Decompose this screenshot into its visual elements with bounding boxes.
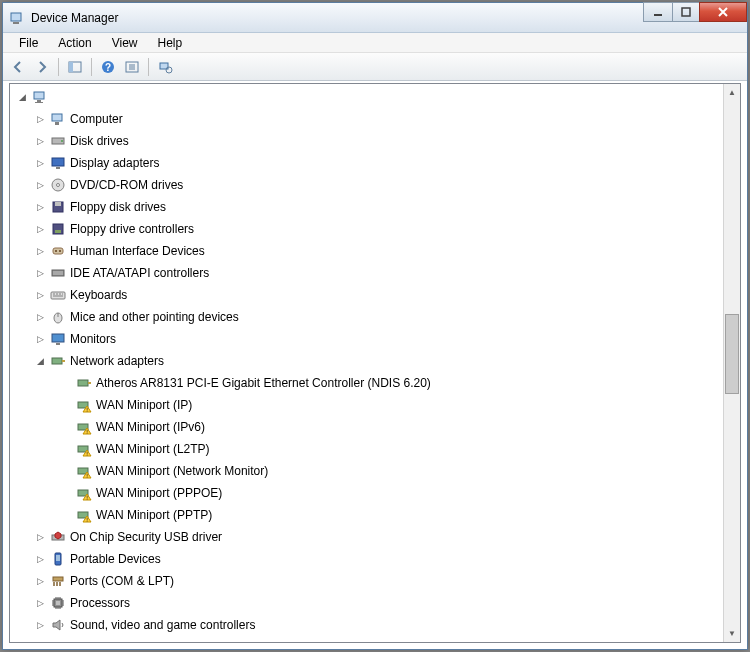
monitor-icon [50, 331, 66, 347]
scroll-down-icon[interactable]: ▼ [724, 625, 740, 642]
category-label: IDE ATA/ATAPI controllers [70, 266, 209, 280]
expand-icon[interactable]: ▷ [32, 155, 48, 171]
svg-point-27 [55, 250, 57, 252]
expand-icon[interactable]: ▷ [32, 309, 48, 325]
category-label: Processors [70, 596, 130, 610]
expand-icon[interactable]: ▷ [32, 551, 48, 567]
tree-device[interactable]: !WAN Miniport (Network Monitor) [10, 460, 723, 482]
device-label: WAN Miniport (PPPOE) [96, 486, 222, 500]
collapse-icon[interactable]: ◢ [32, 353, 48, 369]
back-button[interactable] [7, 56, 29, 78]
svg-rect-0 [11, 13, 21, 21]
toolbar: ? [3, 53, 747, 81]
disk-icon [50, 133, 66, 149]
expand-icon[interactable]: ▷ [32, 573, 48, 589]
expand-icon[interactable]: ▷ [32, 265, 48, 281]
tree-category[interactable]: ▷Computer [10, 108, 723, 130]
expand-icon[interactable]: ▷ [32, 529, 48, 545]
svg-rect-14 [52, 114, 62, 121]
device-label: Atheros AR8131 PCI-E Gigabit Ethernet Co… [96, 376, 431, 390]
svg-point-28 [59, 250, 61, 252]
tree-category[interactable]: ▷Disk drives [10, 130, 723, 152]
tree-category[interactable]: ▷Ports (COM & LPT) [10, 570, 723, 592]
action-button[interactable] [121, 56, 143, 78]
category-label: Mice and other pointing devices [70, 310, 239, 324]
tree-category[interactable]: ▷Monitors [10, 328, 723, 350]
tree-category[interactable]: ▷Floppy drive controllers [10, 218, 723, 240]
menu-help[interactable]: Help [150, 34, 191, 52]
expand-icon[interactable]: ▷ [32, 111, 48, 127]
tree-category[interactable]: ▷Portable Devices [10, 548, 723, 570]
tree-category[interactable]: ▷Mice and other pointing devices [10, 306, 723, 328]
maximize-button[interactable] [672, 2, 700, 22]
svg-rect-5 [69, 62, 73, 72]
dvd-icon [50, 177, 66, 193]
titlebar[interactable]: Device Manager [3, 3, 747, 33]
svg-point-17 [61, 140, 63, 142]
tree-category[interactable]: ▷Processors [10, 592, 723, 614]
window-title: Device Manager [31, 11, 118, 25]
collapse-icon[interactable]: ◢ [14, 89, 30, 105]
device-label: WAN Miniport (IPv6) [96, 420, 205, 434]
expand-icon[interactable]: ▷ [32, 287, 48, 303]
svg-rect-1 [13, 22, 19, 24]
category-label: Floppy disk drives [70, 200, 166, 214]
expand-icon[interactable]: ▷ [32, 199, 48, 215]
expand-icon[interactable]: ▷ [32, 243, 48, 259]
nic-warn-icon: ! [76, 441, 92, 457]
tree-device[interactable]: !WAN Miniport (PPTP) [10, 504, 723, 526]
tree-device[interactable]: !WAN Miniport (PPPOE) [10, 482, 723, 504]
ide-icon [50, 265, 66, 281]
help-button[interactable]: ? [97, 56, 119, 78]
computer-root-icon [32, 89, 48, 105]
category-label: Display adapters [70, 156, 159, 170]
forward-button[interactable] [31, 56, 53, 78]
expand-icon[interactable]: ▷ [32, 595, 48, 611]
tree-category[interactable]: ▷Human Interface Devices [10, 240, 723, 262]
tree-category[interactable]: ▷Display adapters [10, 152, 723, 174]
expand-icon[interactable]: ▷ [32, 331, 48, 347]
tree-device[interactable]: !WAN Miniport (IPv6) [10, 416, 723, 438]
expand-icon[interactable]: ▷ [32, 133, 48, 149]
expand-icon[interactable]: ▷ [32, 617, 48, 633]
tree-device[interactable]: Atheros AR8131 PCI-E Gigabit Ethernet Co… [10, 372, 723, 394]
svg-point-21 [57, 184, 60, 187]
device-tree[interactable]: ◢ ▷Computer▷Disk drives▷Display adapters… [10, 84, 723, 642]
ports-icon [50, 573, 66, 589]
tree-category[interactable]: ▷Keyboards [10, 284, 723, 306]
category-label: On Chip Security USB driver [70, 530, 222, 544]
menu-action[interactable]: Action [50, 34, 99, 52]
category-label: Floppy drive controllers [70, 222, 194, 236]
svg-point-10 [166, 67, 172, 73]
computer-icon [50, 111, 66, 127]
nic-warn-icon: ! [76, 485, 92, 501]
vertical-scrollbar[interactable]: ▲ ▼ [723, 84, 740, 642]
nic-icon [76, 375, 92, 391]
menu-file[interactable]: File [11, 34, 46, 52]
tree-category[interactable]: ▷On Chip Security USB driver [10, 526, 723, 548]
security-icon [50, 529, 66, 545]
tree-category[interactable]: ◢Network adapters [10, 350, 723, 372]
close-button[interactable] [699, 2, 747, 22]
expand-icon[interactable]: ▷ [32, 221, 48, 237]
scan-button[interactable] [154, 56, 176, 78]
tree-root[interactable]: ◢ [10, 86, 723, 108]
menu-view[interactable]: View [104, 34, 146, 52]
tree-category[interactable]: ▷Sound, video and game controllers [10, 614, 723, 636]
tree-device[interactable]: !WAN Miniport (IP) [10, 394, 723, 416]
svg-text:?: ? [105, 62, 111, 73]
scroll-up-icon[interactable]: ▲ [724, 84, 740, 101]
floppy-icon [50, 199, 66, 215]
minimize-button[interactable] [643, 2, 673, 22]
svg-rect-15 [55, 122, 59, 125]
tree-category[interactable]: ▷IDE ATA/ATAPI controllers [10, 262, 723, 284]
tree-device[interactable]: !WAN Miniport (L2TP) [10, 438, 723, 460]
expand-icon[interactable]: ▷ [32, 177, 48, 193]
show-hide-button[interactable] [64, 56, 86, 78]
toolbar-separator [148, 58, 149, 76]
tree-category[interactable]: ▷Floppy disk drives [10, 196, 723, 218]
window-controls [644, 2, 747, 22]
scroll-thumb[interactable] [725, 314, 739, 394]
tree-category[interactable]: ▷DVD/CD-ROM drives [10, 174, 723, 196]
content-pane: ◢ ▷Computer▷Disk drives▷Display adapters… [9, 83, 741, 643]
